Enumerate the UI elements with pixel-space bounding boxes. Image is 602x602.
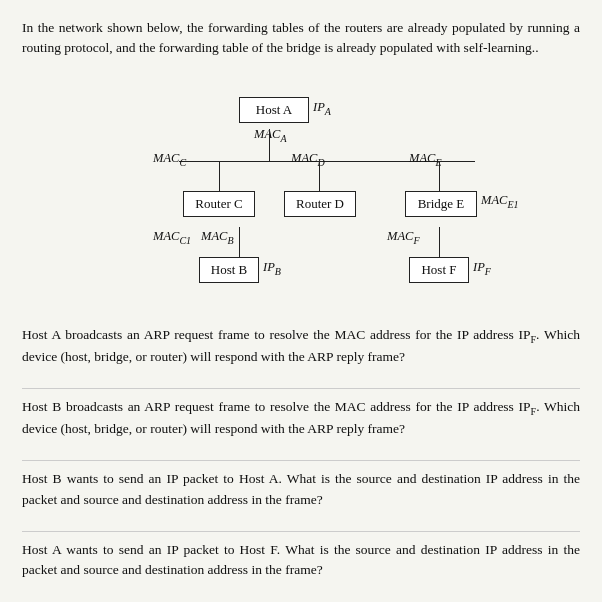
hostf-label: Host F <box>421 262 456 278</box>
line-hostb <box>239 227 240 257</box>
hostb-ip: IPB <box>263 260 281 277</box>
bridgee-label: Bridge E <box>418 196 465 212</box>
q3-text: Host B wants to send an IP packet to Hos… <box>22 471 580 507</box>
divider-1 <box>22 388 580 389</box>
hostf-ip: IPF <box>473 260 491 277</box>
hosta-ip: IPA <box>313 100 331 117</box>
divider-2 <box>22 460 580 461</box>
line-bridgee <box>439 161 440 191</box>
routerd-label: Router D <box>296 196 344 212</box>
hostb-box: Host B <box>199 257 259 283</box>
bridgee-box: Bridge E <box>405 191 477 217</box>
macf-label: MACF <box>387 229 420 246</box>
q4-text: Host A wants to send an IP packet to Hos… <box>22 542 580 578</box>
hosta-mac: MACA <box>254 127 287 144</box>
hostf-box: Host F <box>409 257 469 283</box>
routerc-label: Router C <box>195 196 242 212</box>
routerc-box: Router C <box>183 191 255 217</box>
q2-text: Host B broadcasts an ARP request frame t… <box>22 399 580 436</box>
divider-3 <box>22 531 580 532</box>
line-hosta-main <box>269 129 270 161</box>
intro-paragraph: In the network shown below, the forwardi… <box>22 18 580 59</box>
macc-top: MACC <box>153 151 186 168</box>
question-3: Host B wants to send an IP packet to Hos… <box>22 469 580 511</box>
hosta-label: Host A <box>256 102 292 118</box>
question-2: Host B broadcasts an ARP request frame t… <box>22 397 580 440</box>
macci-label: MACC1 <box>153 229 191 246</box>
hosta-box: Host A <box>239 97 309 123</box>
line-routerd <box>319 161 320 191</box>
routerd-box: Router D <box>284 191 356 217</box>
question-1: Host A broadcasts an ARP request frame t… <box>22 325 580 368</box>
line-routerc <box>219 161 220 191</box>
line-hostf <box>439 227 440 257</box>
macb-label: MACB <box>201 229 234 246</box>
macei-label: MACE1 <box>481 193 519 210</box>
network-diagram: Host A IPA MACA MACC Router C MACD Route… <box>22 77 580 307</box>
question-4: Host A wants to send an IP packet to Hos… <box>22 540 580 582</box>
hostb-label: Host B <box>211 262 247 278</box>
mace-top: MACE <box>409 151 442 168</box>
q1-text: Host A broadcasts an ARP request frame t… <box>22 327 580 364</box>
